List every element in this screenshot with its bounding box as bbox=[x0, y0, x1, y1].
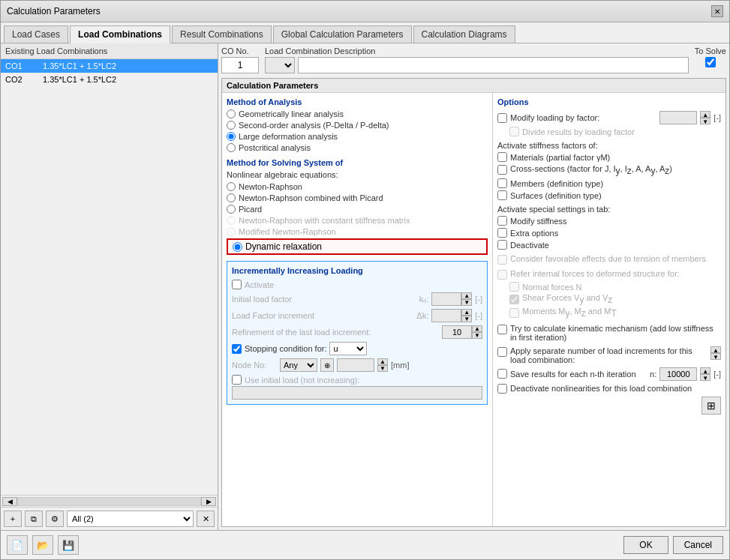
stopping-checkbox[interactable] bbox=[232, 344, 242, 354]
initial-load-down-btn[interactable]: ▼ bbox=[461, 299, 472, 306]
table-row[interactable]: CO1 1.35*LC1 + 1.5*LC2 bbox=[1, 59, 218, 73]
co-no-input[interactable] bbox=[221, 57, 259, 73]
to-solve-label: To Solve bbox=[695, 46, 726, 55]
nonlinear-subtitle: Nonlinear algebraic equations: bbox=[227, 170, 488, 179]
open-icon-btn[interactable]: 📂 bbox=[32, 535, 53, 555]
modify-up-btn[interactable]: ▲ bbox=[700, 111, 710, 118]
radio-dynamic-relaxation-highlighted: Dynamic relaxation bbox=[227, 238, 488, 255]
special-deactivate-checkbox[interactable] bbox=[497, 240, 507, 250]
modify-loading-checkbox[interactable] bbox=[497, 113, 507, 123]
modify-down-btn[interactable]: ▼ bbox=[700, 118, 710, 124]
stiff-cross-row: Cross-sections (factor for J, Iy, Iz, A,… bbox=[497, 164, 721, 176]
scroll-right-btn[interactable]: ▶ bbox=[201, 497, 216, 506]
node-value-input[interactable] bbox=[337, 358, 374, 372]
settings-combo-btn[interactable]: ⚙ bbox=[46, 511, 64, 527]
stiff-members-checkbox[interactable] bbox=[497, 178, 507, 188]
special-extra-checkbox[interactable] bbox=[497, 228, 507, 238]
grid-icon-btn[interactable]: ⊞ bbox=[701, 397, 721, 415]
to-solve-group: To Solve bbox=[695, 46, 726, 67]
save-results-down-btn[interactable]: ▼ bbox=[700, 374, 710, 381]
initial-load-up-btn[interactable]: ▲ bbox=[461, 292, 472, 299]
use-initial-checkbox[interactable] bbox=[232, 375, 242, 385]
tab-calc-diagrams[interactable]: Calculation Diagrams bbox=[413, 25, 515, 43]
consider-favorable-label: Consider favorable effects due to tensio… bbox=[510, 254, 706, 263]
stiff-materials-checkbox[interactable] bbox=[497, 152, 507, 162]
special-deactivate-row: Deactivate bbox=[497, 240, 721, 250]
n-label: n: bbox=[650, 370, 656, 379]
modify-loading-input[interactable] bbox=[659, 111, 697, 124]
apply-separate-checkbox[interactable] bbox=[497, 347, 507, 357]
node-pick-btn[interactable]: ⊕ bbox=[320, 358, 334, 372]
stiff-cross-checkbox[interactable] bbox=[497, 165, 507, 175]
consider-favorable-checkbox[interactable] bbox=[497, 255, 507, 265]
stiff-surfaces-checkbox[interactable] bbox=[497, 190, 507, 200]
refinement-input[interactable] bbox=[442, 325, 472, 339]
node-down-btn[interactable]: ▼ bbox=[377, 365, 388, 372]
radio-newton-picard: Newton-Raphson combined with Picard bbox=[227, 193, 488, 202]
load-factor-input[interactable] bbox=[431, 309, 461, 322]
to-solve-checkbox[interactable] bbox=[705, 57, 716, 67]
calculation-parameters-dialog: Calculation Parameters ✕ Load Cases Load… bbox=[0, 0, 730, 560]
save-results-up-btn[interactable]: ▲ bbox=[700, 367, 710, 374]
node-select[interactable]: Any bbox=[280, 358, 317, 372]
add-combo-btn[interactable]: + bbox=[4, 511, 22, 527]
special-extra-row: Extra options bbox=[497, 228, 721, 238]
left-toolbar: + ⧉ ⚙ All (2) ✕ bbox=[1, 507, 218, 530]
cancel-button[interactable]: Cancel bbox=[673, 536, 723, 554]
stopping-row: Stopping condition for: u bbox=[232, 342, 482, 355]
refinement-up-btn[interactable]: ▲ bbox=[472, 325, 482, 332]
refer-moments-checkbox[interactable] bbox=[509, 308, 519, 318]
dynamic-relaxation-radio[interactable] bbox=[233, 242, 242, 252]
divide-results-checkbox[interactable] bbox=[509, 127, 519, 136]
initial-load-input[interactable] bbox=[431, 292, 461, 306]
radio-modified-newton: Modified Newton-Raphson bbox=[227, 227, 488, 236]
node-up-btn[interactable]: ▲ bbox=[377, 358, 388, 365]
refer-internal-checkbox[interactable] bbox=[497, 270, 507, 280]
deactivate-nonlinear-checkbox[interactable] bbox=[497, 384, 507, 394]
stiff-members-label: Members (definition type) bbox=[510, 179, 603, 188]
refer-shear-checkbox[interactable] bbox=[509, 295, 519, 304]
options-title: Options bbox=[497, 97, 721, 106]
deactivate-nonlinear-label: Deactivate nonlinearities for this load … bbox=[510, 384, 692, 393]
refinement-label: Refinement of the last load increment: bbox=[232, 328, 439, 337]
horizontal-scrollbar[interactable]: ◀ ▶ bbox=[1, 495, 218, 507]
refinement-down-btn[interactable]: ▼ bbox=[472, 332, 482, 339]
activate-checkbox[interactable] bbox=[232, 280, 242, 289]
ok-button[interactable]: OK bbox=[623, 536, 668, 554]
apply-separate-down-btn[interactable]: ▼ bbox=[710, 353, 721, 360]
desc-type-select[interactable] bbox=[265, 57, 295, 73]
desc-input[interactable] bbox=[298, 57, 689, 73]
kinematic-label: Try to calculate kinematic mechanism (ad… bbox=[510, 324, 721, 342]
picard-label: Picard bbox=[239, 205, 262, 214]
load-factor-down-btn[interactable]: ▼ bbox=[461, 316, 472, 322]
refer-items: Normal forces N Shear Forces Vy and Vz M… bbox=[509, 282, 721, 319]
special-modify-checkbox[interactable] bbox=[497, 216, 507, 226]
tab-result-combinations[interactable]: Result Combinations bbox=[172, 25, 272, 43]
refer-normal-checkbox[interactable] bbox=[509, 282, 519, 292]
save-results-unit: [-] bbox=[713, 370, 721, 379]
table-row[interactable]: CO2 1.35*LC1 + 1.5*LC2 bbox=[1, 73, 218, 86]
load-factor-up-btn[interactable]: ▲ bbox=[461, 309, 472, 316]
scroll-left-btn[interactable]: ◀ bbox=[2, 497, 17, 506]
use-initial-input[interactable] bbox=[232, 386, 482, 400]
tab-global-calc[interactable]: Global Calculation Parameters bbox=[273, 25, 412, 43]
divide-results-label: Divide results by loading factor bbox=[522, 127, 635, 136]
new-icon-btn[interactable]: 📄 bbox=[7, 535, 28, 555]
save-results-input[interactable] bbox=[659, 367, 697, 381]
kinematic-checkbox[interactable] bbox=[497, 325, 507, 334]
desc-row bbox=[265, 57, 689, 73]
scroll-track bbox=[17, 497, 201, 506]
stiff-surfaces-row: Surfaces (definition type) bbox=[497, 190, 721, 200]
duplicate-combo-btn[interactable]: ⧉ bbox=[25, 511, 43, 527]
save-results-checkbox[interactable] bbox=[497, 369, 507, 379]
modified-newton-label: Modified Newton-Raphson bbox=[239, 227, 336, 236]
tab-load-combinations[interactable]: Load Combinations bbox=[70, 25, 170, 43]
stopping-select[interactable]: u bbox=[329, 342, 367, 355]
delete-combo-btn[interactable]: ✕ bbox=[197, 511, 215, 527]
combo-id: CO1 bbox=[4, 61, 41, 71]
filter-select[interactable]: All (2) bbox=[67, 511, 194, 527]
tab-load-cases[interactable]: Load Cases bbox=[4, 25, 68, 43]
save-icon-btn[interactable]: 💾 bbox=[58, 535, 79, 555]
close-button[interactable]: ✕ bbox=[711, 5, 723, 17]
apply-separate-up-btn[interactable]: ▲ bbox=[710, 346, 721, 353]
